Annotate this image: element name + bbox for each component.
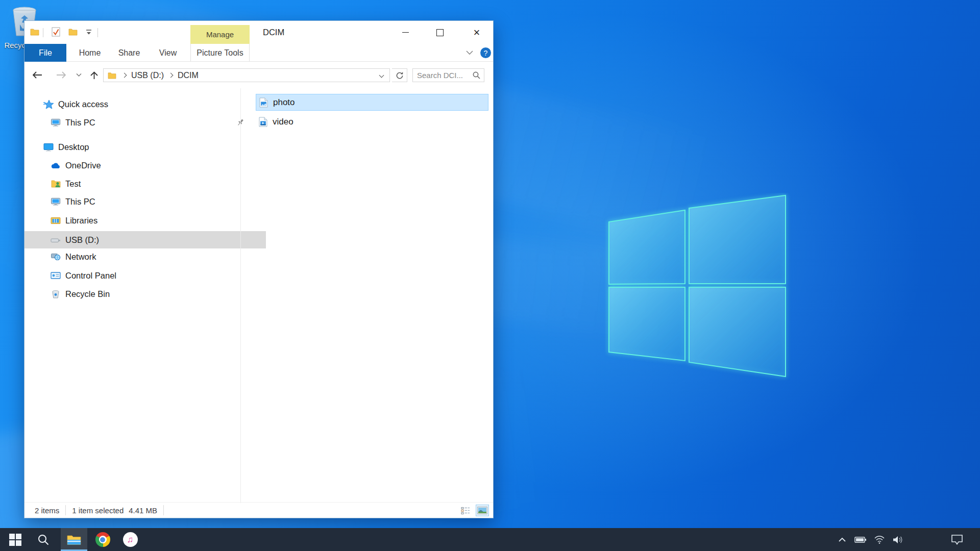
- sidebar-item-this-pc[interactable]: This PC: [24, 193, 266, 210]
- volume-icon: [892, 535, 903, 544]
- qat-folder-properties-icon[interactable]: [30, 28, 39, 36]
- libraries-icon: [50, 216, 61, 224]
- status-selection-size: 4.41 MB: [129, 506, 157, 515]
- title-bar[interactable]: Manage DCIM ×: [24, 21, 493, 44]
- file-explorer-window: Manage DCIM × File Home Share View Pictu…: [24, 20, 494, 518]
- tab-file[interactable]: File: [24, 44, 66, 62]
- itunes-icon: ♫: [123, 532, 138, 547]
- tab-home[interactable]: Home: [73, 44, 107, 62]
- tab-view[interactable]: View: [152, 44, 184, 62]
- ribbon-tab-row: File Home Share View Picture Tools ?: [24, 44, 493, 62]
- battery-icon: [854, 536, 867, 543]
- start-button[interactable]: [3, 528, 28, 551]
- usb-drive-icon: [50, 236, 61, 243]
- close-button[interactable]: ×: [460, 21, 494, 44]
- sidebar-item-desktop[interactable]: Desktop: [24, 138, 259, 156]
- search-input[interactable]: [416, 70, 472, 80]
- sidebar-item-network[interactable]: Network: [24, 248, 266, 265]
- status-selection: 1 item selected: [72, 506, 124, 515]
- status-separator: [65, 505, 66, 515]
- expand-ribbon-chevron-icon[interactable]: [465, 50, 474, 55]
- sidebar-item-usb-drive[interactable]: USB (D:): [24, 231, 266, 248]
- minimize-button[interactable]: [388, 21, 422, 44]
- qat-new-folder-icon[interactable]: [68, 28, 78, 36]
- taskbar-file-explorer-button[interactable]: [61, 528, 87, 551]
- recent-locations-chevron[interactable]: [70, 67, 87, 83]
- hidden-icons-chevron-icon: [838, 537, 846, 542]
- sidebar-item-label: Control Panel: [65, 271, 116, 281]
- sidebar-item-control-panel[interactable]: Control Panel: [24, 267, 266, 284]
- breadcrumb-chevron-icon[interactable]: [122, 73, 127, 78]
- status-separator: [163, 505, 164, 515]
- recycle-bin-icon: [50, 290, 61, 298]
- control-panel-icon: [50, 271, 61, 280]
- help-button[interactable]: ?: [480, 47, 491, 58]
- sidebar-item-label: Quick access: [58, 99, 108, 109]
- sidebar-item-label: Network: [65, 252, 96, 262]
- sidebar-item-onedrive[interactable]: OneDrive: [24, 157, 266, 174]
- refresh-button[interactable]: [392, 68, 407, 82]
- maximize-button[interactable]: [423, 21, 457, 44]
- sidebar-item-label: OneDrive: [65, 161, 101, 170]
- help-icon: ?: [484, 49, 488, 57]
- tab-share[interactable]: Share: [112, 44, 146, 62]
- windows-start-icon: [9, 534, 21, 546]
- breadcrumb-folder[interactable]: DCIM: [176, 71, 201, 80]
- address-bar[interactable]: USB (D:) DCIM: [103, 68, 390, 82]
- back-button[interactable]: [29, 67, 45, 83]
- taskbar-chrome-button[interactable]: [90, 528, 115, 551]
- file-row-photo[interactable]: photo: [256, 94, 488, 111]
- wifi-icon: [874, 535, 885, 544]
- action-center-icon: [950, 534, 964, 546]
- user-folder-icon: [50, 180, 61, 188]
- tab-picture-tools[interactable]: Picture Tools: [190, 44, 250, 62]
- navigation-pane: Quick access This PC: [24, 88, 240, 503]
- action-center-button[interactable]: [947, 528, 967, 551]
- sidebar-item-label: This PC: [65, 118, 95, 128]
- file-row-video[interactable]: video: [256, 113, 488, 130]
- sidebar-item-test-user[interactable]: Test: [24, 175, 266, 192]
- taskbar-search-button[interactable]: [31, 528, 56, 551]
- wifi-tray-button[interactable]: [871, 528, 888, 551]
- sidebar-item-libraries[interactable]: Libraries: [24, 212, 266, 229]
- maximize-icon: [436, 29, 444, 36]
- search-icon[interactable]: [472, 71, 481, 80]
- breadcrumb-drive[interactable]: USB (D:): [129, 71, 166, 80]
- sidebar-item-label: This PC: [65, 197, 95, 207]
- show-hidden-icons-button[interactable]: [834, 528, 851, 551]
- address-dropdown-chevron-icon[interactable]: [379, 73, 384, 78]
- file-name: photo: [273, 97, 295, 108]
- large-icons-view-button[interactable]: [476, 505, 489, 516]
- sidebar-item-recycle-bin[interactable]: Recycle Bin: [24, 285, 266, 303]
- search-box[interactable]: [412, 68, 484, 82]
- file-explorer-icon: [67, 534, 81, 545]
- window-title: DCIM: [263, 21, 284, 44]
- sidebar-item-quick-access[interactable]: Quick access: [24, 95, 259, 113]
- close-icon: ×: [474, 27, 480, 38]
- thumbnail-view-icon: [477, 507, 487, 514]
- qat-separator: [43, 28, 43, 37]
- manage-contextual-tab[interactable]: Manage: [190, 25, 250, 44]
- status-items-count: 2 items: [35, 506, 59, 515]
- status-bar: 2 items 1 item selected 4.41 MB: [24, 502, 493, 518]
- volume-tray-button[interactable]: [889, 528, 906, 551]
- address-bar-row: USB (D:) DCIM: [24, 62, 493, 88]
- file-name: video: [273, 117, 293, 127]
- image-file-icon: [259, 97, 268, 108]
- qat-checkbox-document-icon[interactable]: [52, 27, 60, 37]
- chrome-icon: [95, 532, 110, 547]
- onedrive-cloud-icon: [50, 162, 61, 169]
- battery-tray-button[interactable]: [852, 528, 869, 551]
- customize-qat-icon[interactable]: [85, 29, 92, 35]
- computer-icon: [50, 118, 61, 127]
- sidebar-item-this-pc-pinned[interactable]: This PC: [24, 114, 266, 131]
- forward-button[interactable]: [53, 67, 69, 83]
- address-folder-icon[interactable]: [108, 72, 116, 79]
- taskbar: ♫: [0, 528, 980, 551]
- details-view-button[interactable]: [459, 505, 472, 516]
- sidebar-item-label: Desktop: [58, 142, 89, 152]
- breadcrumb-chevron-icon[interactable]: [168, 73, 174, 78]
- up-button[interactable]: [86, 67, 102, 83]
- taskbar-itunes-button[interactable]: ♫: [118, 528, 142, 551]
- explorer-main-area: Quick access This PC: [24, 88, 493, 503]
